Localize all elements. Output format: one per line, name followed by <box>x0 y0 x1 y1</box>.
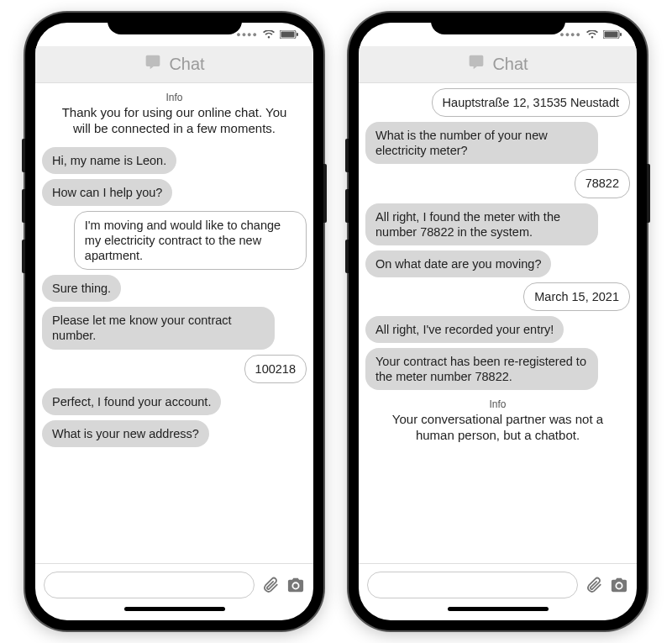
agent-message: Sure thing. <box>42 275 121 302</box>
svg-rect-5 <box>620 33 622 36</box>
info-text: Your conversational partner was not a hu… <box>381 412 615 444</box>
user-message: I'm moving and would like to change my e… <box>74 211 307 270</box>
agent-message: All right, I've recorded your entry! <box>365 316 564 343</box>
agent-message: What is the number of your new electrici… <box>365 122 598 164</box>
user-message: 78822 <box>575 169 630 198</box>
wifi-icon <box>263 30 275 39</box>
info-label: Info <box>381 398 615 411</box>
agent-message: Hi, my name is Leon. <box>42 147 176 174</box>
screen: ●●●● Chat Info Thank you for using our o… <box>35 23 313 620</box>
chat-header-title: Chat <box>492 55 528 74</box>
info-text: Thank you for using our online chat. You… <box>57 105 291 137</box>
user-message: Hauptstraße 12, 31535 Neustadt <box>432 88 630 117</box>
message-thread[interactable]: Info Thank you for using our online chat… <box>35 83 313 563</box>
phone-right: ●●●● Chat Hauptstraße 12, 31535 Neustadt… <box>349 13 647 630</box>
attach-icon[interactable] <box>261 576 280 594</box>
info-block: Info Your conversational partner was not… <box>365 395 630 449</box>
home-indicator[interactable] <box>35 605 313 620</box>
notch <box>108 13 242 34</box>
agent-message: Perfect, I found your account. <box>42 388 221 415</box>
svg-rect-2 <box>297 33 298 36</box>
screen: ●●●● Chat Hauptstraße 12, 31535 Neustadt… <box>359 23 637 620</box>
svg-rect-1 <box>281 32 295 38</box>
agent-message: How can I help you? <box>42 179 172 206</box>
chat-bubble-icon <box>467 54 486 75</box>
chat-header: Chat <box>35 46 313 83</box>
composer <box>359 563 637 605</box>
info-label: Info <box>57 92 291 104</box>
attach-icon[interactable] <box>585 576 603 594</box>
home-indicator[interactable] <box>359 605 637 620</box>
message-input[interactable] <box>44 572 255 598</box>
agent-message: Please let me know your contract number. <box>42 307 275 349</box>
chat-bubble-icon <box>144 54 162 75</box>
agent-message: On what date are you moving? <box>365 250 551 277</box>
notch <box>431 13 565 34</box>
info-block: Info Thank you for using our online chat… <box>42 88 307 142</box>
wifi-icon <box>586 30 598 39</box>
cell-signal-icon: ●●●● <box>236 30 258 39</box>
message-input[interactable] <box>367 572 578 598</box>
user-message: 100218 <box>244 355 307 383</box>
battery-icon <box>280 30 298 39</box>
battery-icon <box>603 30 622 39</box>
camera-icon[interactable] <box>286 577 305 593</box>
camera-icon[interactable] <box>610 577 628 593</box>
chat-header: Chat <box>359 46 637 83</box>
phone-left: ●●●● Chat Info Thank you for using our o… <box>25 13 323 630</box>
agent-message: Your contract has been re-registered to … <box>365 348 598 390</box>
chat-header-title: Chat <box>169 55 204 74</box>
agent-message: What is your new address? <box>42 420 209 447</box>
message-thread[interactable]: Hauptstraße 12, 31535 Neustadt What is t… <box>359 83 637 563</box>
svg-rect-4 <box>605 32 618 38</box>
agent-message: All right, I found the meter with the nu… <box>365 203 598 245</box>
cell-signal-icon: ●●●● <box>559 30 581 39</box>
user-message: March 15, 2021 <box>523 282 630 311</box>
composer <box>35 563 313 605</box>
